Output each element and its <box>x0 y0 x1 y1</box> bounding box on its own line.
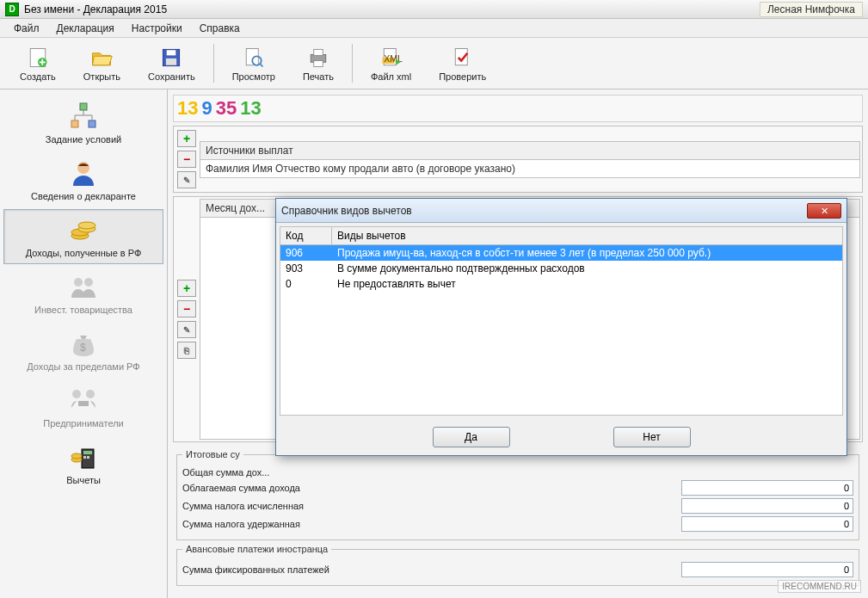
row-code: 906 <box>280 245 332 261</box>
svg-rect-15 <box>71 120 78 127</box>
window-title: Без имени - Декларация 2015 <box>24 3 167 15</box>
menu-help[interactable]: Справка <box>193 21 247 36</box>
sidebar-item-deductions[interactable]: Вычеты <box>3 436 163 491</box>
fixed-label: Сумма фиксированных платежей <box>182 564 681 575</box>
deduction-row-0[interactable]: 0 Не предоставлять вычет <box>280 276 842 292</box>
handshake-icon <box>68 385 99 416</box>
dialog-titlebar[interactable]: Справочник видов вычетов ✕ <box>276 199 846 223</box>
save-button[interactable]: Сохранить <box>135 41 208 86</box>
totals-fieldset: Итоговые су Общая сумма дох... Облагаема… <box>176 449 859 540</box>
rate-35[interactable]: 35 <box>216 97 237 120</box>
print-label: Печать <box>303 71 334 82</box>
create-button[interactable]: Создать <box>7 41 69 86</box>
xml-button[interactable]: XML Файл xml <box>358 41 424 86</box>
preview-icon <box>242 46 266 70</box>
money-bag-icon: $ <box>68 329 99 360</box>
print-button[interactable]: Печать <box>290 41 347 86</box>
check-button[interactable]: Проверить <box>426 41 499 86</box>
sidebar-item-entrepreneurs[interactable]: Предприниматели <box>3 379 163 435</box>
remove-source-button[interactable]: − <box>177 151 196 168</box>
svg-point-26 <box>86 390 95 398</box>
edit-income-button[interactable]: ✎ <box>177 321 196 338</box>
people-icon <box>68 272 99 303</box>
tree-icon <box>68 102 99 133</box>
svg-text:$: $ <box>80 342 86 354</box>
rate-13-green[interactable]: 13 <box>240 97 261 120</box>
col-desc-header[interactable]: Виды вычетов <box>332 227 842 244</box>
svg-rect-16 <box>89 120 95 127</box>
sidebar-item-label: Вычеты <box>66 475 101 485</box>
fixed-input[interactable] <box>681 562 853 577</box>
dialog-yes-button[interactable]: Да <box>433 427 510 447</box>
total-income-label: Общая сумма дох... <box>182 467 853 478</box>
sidebar-item-label: Сведения о декларанте <box>31 191 136 201</box>
svg-rect-9 <box>314 60 323 66</box>
calc-tax-input[interactable] <box>681 498 853 514</box>
edit-source-button[interactable]: ✎ <box>177 171 196 188</box>
copy-income-button[interactable]: ⎘ <box>177 342 196 359</box>
sidebar-item-declarant[interactable]: Сведения о декларанте <box>3 152 163 207</box>
sidebar-item-income-foreign[interactable]: $ Доходы за пределами РФ <box>3 323 163 378</box>
save-label: Сохранить <box>148 71 195 82</box>
dialog-footer: Да Нет <box>276 419 846 455</box>
sidebar-item-label: Доходы за пределами РФ <box>27 361 139 372</box>
calc-tax-label: Сумма налога исчисленная <box>182 501 681 511</box>
menu-file[interactable]: Файл <box>7 21 46 36</box>
menu-declaration[interactable]: Декларация <box>50 21 121 36</box>
menu-bar: Файл Декларация Настройки Справка <box>0 19 868 38</box>
preview-label: Просмотр <box>232 71 275 82</box>
rate-9[interactable]: 9 <box>201 97 212 120</box>
svg-point-23 <box>84 278 93 287</box>
dialog-title: Справочник видов вычетов <box>281 205 412 217</box>
sidebar-item-label: Задание условий <box>46 134 121 145</box>
deduction-dialog: Справочник видов вычетов ✕ Код Виды выче… <box>275 198 847 456</box>
deduction-row-906[interactable]: 906 Продажа имущ-ва, наход-ся в собст-ти… <box>280 245 842 261</box>
sidebar: Задание условий Сведения о декларанте До… <box>0 89 168 598</box>
svg-rect-4 <box>166 58 176 65</box>
sidebar-item-invest[interactable]: Инвест. товарищества <box>3 266 163 321</box>
watermark: IRECOMMEND.RU <box>778 580 861 593</box>
svg-rect-14 <box>80 103 87 110</box>
row-desc: В сумме документально подтвержденных рас… <box>332 261 842 276</box>
summary-area: Итоговые су Общая сумма дох... Облагаема… <box>173 446 863 593</box>
dialog-close-button[interactable]: ✕ <box>807 203 841 219</box>
svg-rect-31 <box>87 456 89 459</box>
dialog-no-button[interactable]: Нет <box>613 427 691 447</box>
row-code: 0 <box>280 276 332 292</box>
add-income-button[interactable]: + <box>177 280 196 297</box>
row-desc: Не предоставлять вычет <box>332 276 842 292</box>
menu-settings[interactable]: Настройки <box>125 21 189 36</box>
deduction-row-903[interactable]: 903 В сумме документально подтвержденных… <box>280 261 842 276</box>
preview-button[interactable]: Просмотр <box>219 41 288 86</box>
sidebar-item-conditions[interactable]: Задание условий <box>3 96 163 151</box>
person-icon <box>68 158 99 189</box>
user-badge: Лесная Нимфочка <box>760 2 863 17</box>
folder-open-icon <box>89 46 114 70</box>
row-code: 903 <box>280 261 332 276</box>
toolbar: Создать Открыть Сохранить Просмотр Печат… <box>0 38 868 89</box>
printer-icon <box>306 46 330 70</box>
toolbar-separator <box>352 44 353 83</box>
sources-panel: + − ✎ Источники выплат Фамилия Имя Отчес… <box>173 126 863 193</box>
app-icon: D <box>5 3 19 16</box>
floppy-icon <box>159 46 183 70</box>
advance-fieldset: Авансовые платежи иностранца Сумма фикси… <box>176 544 859 586</box>
advance-legend: Авансовые платежи иностранца <box>182 544 331 554</box>
sources-row[interactable]: Фамилия Имя Отчество кому продали авто (… <box>200 160 859 177</box>
taxable-input[interactable] <box>681 480 853 496</box>
document-new-icon <box>26 46 50 70</box>
svg-point-33 <box>71 453 82 459</box>
rate-13-yellow[interactable]: 13 <box>177 97 198 120</box>
sidebar-item-label: Инвест. товарищества <box>34 305 132 315</box>
open-button[interactable]: Открыть <box>71 41 133 86</box>
check-icon <box>451 46 475 70</box>
svg-rect-8 <box>314 49 323 55</box>
withheld-input[interactable] <box>681 516 853 532</box>
remove-income-button[interactable]: − <box>177 300 196 317</box>
coins-icon <box>68 215 99 246</box>
col-code-header[interactable]: Код <box>280 227 332 244</box>
add-source-button[interactable]: + <box>177 130 196 147</box>
svg-rect-29 <box>83 451 92 454</box>
sources-list: Источники выплат Фамилия Имя Отчество ко… <box>200 141 860 178</box>
sidebar-item-income-rf[interactable]: Доходы, полученные в РФ <box>3 209 163 264</box>
